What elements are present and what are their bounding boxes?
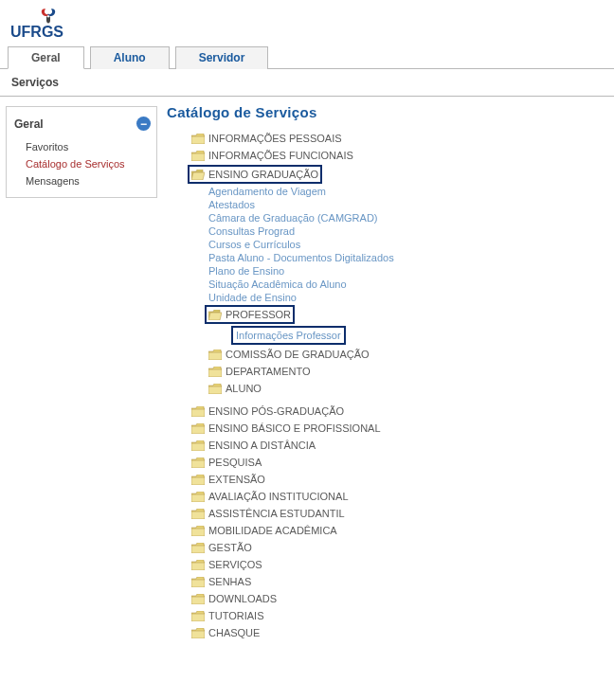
cat-label: ASSISTÊNCIA ESTUDANTIL [208, 506, 345, 521]
cat-pesquisa[interactable]: PESQUISA [167, 454, 605, 471]
folder-icon [208, 384, 222, 394]
service-tree: INFORMAÇÕES PESSOAIS INFORMAÇÕES FUNCION… [167, 130, 605, 641]
cat-label: ENSINO BÁSICO E PROFISSIONAL [208, 421, 381, 436]
cat-ensino-distancia[interactable]: ENSINO A DISTÂNCIA [167, 437, 605, 454]
header: UFRGS [0, 0, 614, 42]
cat-label: PESQUISA [208, 455, 262, 470]
cat-info-pessoais[interactable]: INFORMAÇÕES PESSOAIS [167, 130, 605, 147]
cat-avaliacao[interactable]: AVALIAÇÃO INSTITUCIONAL [167, 488, 605, 505]
cat-comissao-graduacao[interactable]: COMISSÃO DE GRADUAÇÃO [167, 346, 605, 363]
leaf-situacao-academica[interactable]: Situação Acadêmica do Aluno [167, 278, 605, 291]
content: Catálogo de Serviços INFORMAÇÕES PESSOAI… [157, 97, 614, 660]
sidebar-item-mensagens[interactable]: Mensagens [12, 172, 156, 189]
folder-icon [191, 543, 205, 553]
sidebar: Geral − Favoritos Catálogo de Serviços M… [6, 106, 157, 198]
cat-label: DEPARTAMENTO [226, 364, 311, 379]
cat-label: INFORMAÇÕES FUNCIONAIS [208, 148, 353, 163]
cat-label: EXTENSÃO [208, 472, 265, 487]
folder-icon [191, 406, 205, 417]
folder-open-icon [208, 310, 222, 320]
folder-icon [191, 560, 205, 570]
leaf-consultas-prograd[interactable]: Consultas Prograd [167, 224, 605, 238]
cat-label: DOWNLOADS [208, 591, 277, 606]
cat-extensao[interactable]: EXTENSÃO [167, 471, 605, 488]
main: Geral − Favoritos Catálogo de Serviços M… [0, 97, 614, 660]
folder-icon [191, 492, 205, 502]
folder-icon [191, 628, 205, 638]
sidebar-item-catalogo[interactable]: Catálogo de Serviços [12, 155, 156, 172]
cat-mobilidade[interactable]: MOBILIDADE ACADÊMICA [167, 522, 605, 539]
folder-icon [191, 577, 205, 587]
folder-icon [191, 134, 205, 144]
tab-servidor[interactable]: Servidor [175, 46, 269, 69]
tabs: Geral Aluno Servidor [0, 45, 614, 69]
cat-professor-row: PROFESSOR [167, 304, 605, 325]
cat-aluno[interactable]: ALUNO [167, 380, 605, 397]
cat-label: INFORMAÇÕES PESSOAIS [208, 131, 342, 146]
highlight-professor: PROFESSOR [205, 305, 295, 324]
ufrgs-logo: UFRGS [9, 6, 605, 42]
catalog-title: Catálogo de Serviços [167, 104, 605, 120]
cat-label: TUTORIAIS [208, 608, 263, 623]
cat-assistencia[interactable]: ASSISTÊNCIA ESTUDANTIL [167, 505, 605, 522]
folder-icon [191, 475, 205, 485]
highlight-info-professor[interactable]: Informações Professor [231, 326, 346, 345]
cat-ensino-pos[interactable]: ENSINO PÓS-GRADUAÇÃO [167, 403, 605, 420]
cat-chasque[interactable]: CHASQUE [167, 624, 605, 641]
leaf-agendamento-viagem[interactable]: Agendamento de Viagem [167, 185, 605, 198]
folder-icon [191, 440, 205, 451]
cat-label: CHASQUE [208, 625, 260, 640]
tab-aluno[interactable]: Aluno [90, 46, 170, 69]
folder-icon [191, 611, 205, 621]
leaf-atestados[interactable]: Atestados [167, 198, 605, 211]
folder-icon [191, 594, 205, 604]
cat-label: SENHAS [208, 574, 251, 589]
leaf-informacoes-professor-row: Informações Professor [167, 325, 605, 346]
leaf-camgrad[interactable]: Câmara de Graduação (CAMGRAD) [167, 211, 605, 224]
cat-label: COMISSÃO DE GRADUAÇÃO [226, 347, 370, 362]
folder-icon [191, 509, 205, 519]
leaf-cursos-curriculos[interactable]: Cursos e Currículos [167, 238, 605, 251]
sidebar-item-favoritos[interactable]: Favoritos [12, 138, 156, 155]
cat-label: SERVIÇOS [208, 557, 262, 572]
folder-icon [191, 151, 205, 161]
cat-departamento[interactable]: DEPARTAMENTO [167, 363, 605, 380]
cat-info-funcionais[interactable]: INFORMAÇÕES FUNCIONAIS [167, 147, 605, 164]
highlight-ensino-graduacao: ENSINO GRADUAÇÃO [188, 165, 322, 184]
sidebar-title-label: Geral [14, 117, 44, 131]
cat-label: ENSINO PÓS-GRADUAÇÃO [208, 404, 344, 419]
folder-icon [208, 367, 222, 377]
cat-label[interactable]: ENSINO GRADUAÇÃO [208, 167, 318, 182]
cat-downloads[interactable]: DOWNLOADS [167, 590, 605, 607]
cat-label: ALUNO [226, 381, 262, 396]
leaf-plano-ensino[interactable]: Plano de Ensino [167, 264, 605, 278]
cat-ensino-basico[interactable]: ENSINO BÁSICO E PROFISSIONAL [167, 420, 605, 437]
cat-servicos[interactable]: SERVIÇOS [167, 556, 605, 573]
cat-gestao[interactable]: GESTÃO [167, 539, 605, 556]
folder-open-icon [191, 170, 205, 180]
collapse-icon[interactable]: − [136, 117, 151, 131]
cat-label: AVALIAÇÃO INSTITUCIONAL [208, 489, 349, 504]
cat-label: GESTÃO [208, 540, 252, 555]
cat-tutoriais[interactable]: TUTORIAIS [167, 607, 605, 624]
cat-senhas[interactable]: SENHAS [167, 573, 605, 590]
leaf-unidade-ensino[interactable]: Unidade de Ensino [167, 291, 605, 304]
folder-icon [208, 350, 222, 360]
logo-text: UFRGS [10, 24, 63, 40]
tab-geral[interactable]: Geral [8, 46, 84, 69]
subnav-servicos[interactable]: Serviços [0, 69, 614, 97]
cat-ensino-graduacao-row: ENSINO GRADUAÇÃO [167, 164, 605, 185]
folder-icon [191, 526, 205, 536]
leaf-pasta-aluno[interactable]: Pasta Aluno - Documentos Digitalizados [167, 251, 605, 264]
cat-label: MOBILIDADE ACADÊMICA [208, 523, 337, 538]
cat-label: ENSINO A DISTÂNCIA [208, 438, 316, 453]
cat-label[interactable]: PROFESSOR [226, 307, 291, 322]
sidebar-title: Geral − [12, 113, 156, 138]
folder-icon [191, 458, 205, 468]
folder-icon [191, 423, 205, 434]
